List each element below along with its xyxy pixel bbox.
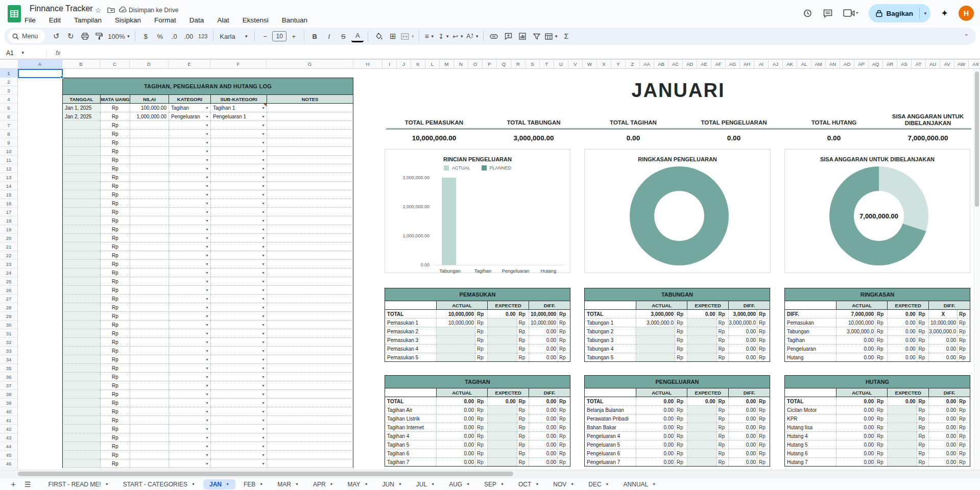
subcategory-dropdown-icon[interactable]: ▼ [261,340,265,344]
subcategory-dropdown-icon[interactable]: ▼ [261,210,265,214]
log-cell-sub-kategori[interactable]: ▼ [211,190,267,199]
sheet-tab-apr[interactable]: APR▼ [307,479,340,489]
log-cell-sub-kategori[interactable]: ▼ [211,451,267,459]
sheet-tab-oct[interactable]: OCT▼ [512,479,545,489]
row-header-14[interactable]: 14 [0,182,17,190]
log-cell-notes[interactable] [267,251,353,259]
log-cell-notes[interactable] [267,329,353,337]
gemini-sparkle-icon[interactable]: ✦ [941,8,948,19]
row-header-3[interactable]: 3 [0,86,17,95]
log-cell-mata-uang[interactable]: Rp [101,147,130,155]
subcategory-dropdown-icon[interactable]: ▼ [261,184,265,188]
borders-button[interactable]: ⊞ [387,30,399,42]
strikethrough-button[interactable]: S [337,30,349,42]
category-dropdown-icon[interactable]: ▼ [205,236,209,240]
log-cell-nilai[interactable] [130,399,169,407]
log-cell-sub-kategori[interactable]: ▼ [211,433,267,442]
log-cell-mata-uang[interactable]: Rp [101,104,130,112]
column-header-AU[interactable]: AU [926,60,940,68]
log-cell-notes[interactable] [267,303,353,311]
category-dropdown-icon[interactable]: ▼ [205,375,209,379]
log-cell-tanggal[interactable] [63,121,101,129]
row-header-31[interactable]: 31 [0,329,17,338]
log-cell-notes[interactable] [267,416,353,424]
log-cell-nilai[interactable] [130,390,169,398]
category-dropdown-icon[interactable]: ▼ [205,297,209,301]
log-cell-nilai[interactable] [130,303,169,311]
menu-edit[interactable]: Edit [48,16,62,24]
log-cell-tanggal[interactable] [63,451,101,459]
log-cell-nilai[interactable] [130,364,169,372]
sheet-tab-menu-caret[interactable]: ▼ [466,482,470,486]
subcategory-dropdown-icon[interactable]: ▼ [261,453,265,457]
log-cell-kategori[interactable]: ▼ [169,216,211,225]
log-cell-notes[interactable] [267,190,353,199]
subcategory-dropdown-icon[interactable]: ▼ [261,401,265,405]
column-header-AP[interactable]: AP [854,60,869,68]
log-cell-kategori[interactable]: ▼ [169,242,211,251]
log-cell-kategori[interactable]: ▼ [169,147,211,155]
log-cell-notes[interactable] [267,121,353,129]
log-cell-notes[interactable] [267,364,353,372]
row-header-8[interactable]: 8 [0,130,17,138]
log-cell-kategori[interactable]: ▼ [169,303,211,311]
column-header-AR[interactable]: AR [883,60,897,68]
log-cell-mata-uang[interactable]: Rp [101,329,130,337]
log-cell-mata-uang[interactable]: Rp [101,173,130,181]
category-dropdown-icon[interactable]: ▼ [205,158,209,162]
column-header-I[interactable]: I [383,60,397,68]
log-cell-kategori[interactable]: Tagihan▼ [169,104,211,112]
log-cell-nilai[interactable] [130,234,169,242]
category-dropdown-icon[interactable]: ▼ [205,193,209,197]
log-cell-sub-kategori[interactable]: ▼ [211,164,267,173]
column-header-Z[interactable]: Z [626,60,640,68]
subcategory-dropdown-icon[interactable]: ▼ [261,332,265,335]
log-cell-tanggal[interactable] [63,407,101,415]
log-cell-notes[interactable] [267,173,353,181]
log-cell-nilai[interactable] [130,173,169,181]
category-dropdown-icon[interactable]: ▼ [205,349,209,353]
row-header-43[interactable]: 43 [0,433,17,442]
category-dropdown-icon[interactable]: ▼ [205,184,209,188]
sheet-tab-aug[interactable]: AUG▼ [443,479,476,489]
log-cell-tanggal[interactable] [63,390,101,398]
log-cell-kategori[interactable]: ▼ [169,182,211,190]
log-cell-nilai[interactable] [130,451,169,459]
row-header-21[interactable]: 21 [0,242,17,251]
row-header-5[interactable]: 5 [0,104,17,112]
log-cell-nilai[interactable] [130,199,169,207]
row-header-32[interactable]: 32 [0,338,17,347]
log-cell-notes[interactable] [267,321,353,329]
log-cell-mata-uang[interactable]: Rp [101,390,130,398]
row-header-16[interactable]: 16 [0,199,17,208]
log-cell-notes[interactable] [267,390,353,398]
subcategory-dropdown-icon[interactable]: ▼ [261,445,265,448]
column-header-D[interactable]: D [130,60,169,68]
category-dropdown-icon[interactable]: ▼ [205,332,209,335]
column-header-B[interactable]: B [62,60,100,68]
log-cell-sub-kategori[interactable]: ▼ [211,407,267,415]
column-header-N[interactable]: N [454,60,468,68]
log-cell-tanggal[interactable] [63,268,101,277]
log-cell-notes[interactable] [267,399,353,407]
column-header-G[interactable]: G [267,60,353,68]
subcategory-dropdown-icon[interactable]: ▼ [261,141,265,144]
column-header-J[interactable]: J [397,60,411,68]
log-cell-kategori[interactable]: ▼ [169,138,211,146]
increase-font-size-button[interactable]: + [288,30,300,42]
row-header-34[interactable]: 34 [0,355,17,364]
log-cell-notes[interactable] [267,338,353,346]
bold-button[interactable]: B [308,30,321,42]
log-cell-mata-uang[interactable]: Rp [101,164,130,173]
sheet-tab-menu-caret[interactable]: ▼ [105,482,109,486]
log-cell-sub-kategori[interactable]: ▼ [211,381,267,389]
log-cell-tanggal[interactable]: Jan 1, 2025 [63,104,101,112]
column-header-H[interactable]: H [353,60,383,68]
log-cell-tanggal[interactable] [63,321,101,329]
subcategory-dropdown-icon[interactable]: ▼ [261,176,265,179]
subcategory-dropdown-icon[interactable]: ▼ [261,419,265,422]
cloud-saved-icon[interactable] [119,7,127,13]
log-cell-nilai[interactable] [130,190,169,199]
sheet-tab-mar[interactable]: MAR▼ [271,479,305,489]
column-header-W[interactable]: W [583,60,597,68]
